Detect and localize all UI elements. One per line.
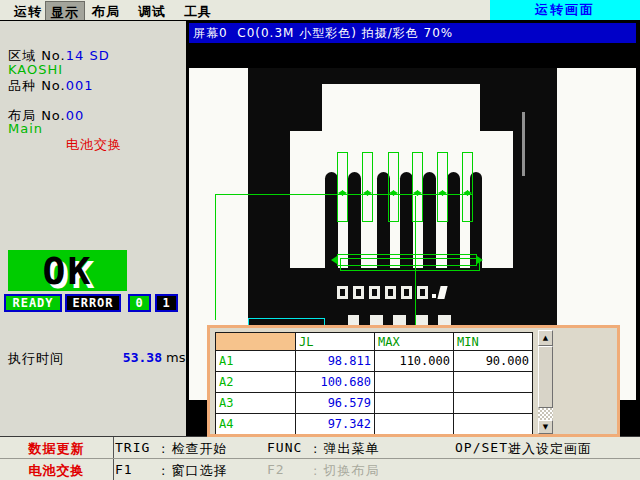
judge-result-text: OK	[43, 252, 93, 290]
bit0-indicator: 0	[128, 294, 151, 312]
table-cell-min	[454, 414, 533, 435]
ready-badge: READY	[4, 294, 62, 312]
f1-key-label: F1	[115, 462, 133, 477]
mold-mark	[369, 286, 380, 299]
func-key-action: : 弹出菜单	[313, 440, 380, 458]
header-jl: JL	[296, 333, 375, 351]
header-min: MIN	[454, 333, 533, 351]
table-cell-label: A3	[216, 393, 296, 414]
table-cell-jl: 98.552	[296, 435, 375, 438]
divider	[0, 458, 640, 459]
measure-leader-line	[215, 194, 216, 320]
error-badge: ERROR	[65, 294, 121, 312]
product-row: 品种 No.001	[8, 77, 94, 95]
mold-mark	[401, 286, 412, 299]
menu-bar: 运转 显示 布局 调试 工具 运转画面	[0, 0, 640, 20]
screen-mode-label: 运转画面	[490, 0, 640, 20]
table-cell-min	[454, 435, 533, 438]
measure-window	[462, 152, 473, 222]
scrollbar-track[interactable]	[538, 408, 553, 420]
layout-value: 00	[66, 108, 85, 123]
layout-name: Main	[8, 121, 43, 136]
exec-time-label: 执行时间	[8, 350, 64, 368]
table-cell-min: 90.000	[454, 351, 533, 372]
table-cell-jl: 98.811	[296, 351, 375, 372]
menu-item-layout[interactable]: 布局	[92, 3, 120, 21]
connector-top-notch	[322, 84, 480, 131]
table-row: A198.811110.00090.000	[216, 351, 533, 372]
f2-key-action: : 切换布局	[313, 462, 380, 480]
trig-key-label: TRIG	[115, 440, 150, 455]
exec-time-value: 53.38	[104, 350, 162, 365]
region-name: KAOSHI	[8, 62, 63, 77]
table-cell-label: A5	[216, 435, 296, 438]
caliper-arrow	[477, 256, 483, 264]
bit1-indicator: 1	[155, 294, 178, 312]
table-cell-max: 110.000	[375, 351, 454, 372]
table-cell-jl: 100.680	[296, 372, 375, 393]
measure-window	[337, 152, 348, 222]
table-row: A396.579	[216, 393, 533, 414]
header-corner-cell	[216, 333, 296, 351]
results-popup: JL MAX MIN A198.811110.00090.000A2100.68…	[207, 325, 620, 437]
f2-key-label: F2	[267, 462, 285, 477]
exec-time-unit: ms	[166, 350, 185, 365]
trig-key-action: : 检查开始	[161, 440, 228, 458]
table-cell-max	[375, 435, 454, 438]
region-value: 14 SD	[66, 48, 110, 63]
mold-mark	[337, 286, 348, 299]
scroll-down-button[interactable]: ▼	[538, 420, 553, 434]
f1-key-action: : 窗口选择	[161, 462, 228, 480]
status-panel: 区域 No.14 SD KAOSHI 品种 No.001 布局 No.00 Ma…	[0, 21, 186, 437]
scrollbar-thumb[interactable]	[538, 346, 553, 408]
table-row: A497.342	[216, 414, 533, 435]
opset-key-action: 进入设定画面	[508, 440, 592, 458]
measure-window	[362, 152, 373, 222]
function-key-bar: 数据更新 TRIG : 检查开始 FUNC : 弹出菜单 OP/SET: 进入设…	[0, 437, 640, 480]
data-update-indicator: 数据更新	[0, 440, 113, 458]
reflection	[522, 112, 525, 176]
product-value: 001	[66, 78, 94, 93]
mold-mark	[432, 294, 436, 298]
caliper-arrow	[331, 256, 337, 264]
measure-window-horizontal	[340, 258, 480, 271]
table-cell-max	[375, 393, 454, 414]
mold-mark	[385, 286, 396, 299]
scroll-up-button[interactable]: ▲	[538, 330, 553, 346]
results-scrollbar[interactable]: ▲ ▼	[538, 330, 553, 434]
vision-system-screen: 运转 显示 布局 调试 工具 运转画面 区域 No.14 SD KAOSHI 品…	[0, 0, 640, 480]
battery-change-indicator: 电池交换	[0, 462, 113, 480]
menu-item-tools[interactable]: 工具	[184, 3, 212, 21]
mold-mark	[353, 286, 364, 299]
table-row: A2100.680	[216, 372, 533, 393]
menu-item-run[interactable]: 运转	[14, 3, 42, 21]
menu-item-debug[interactable]: 调试	[138, 3, 166, 21]
func-key-label: FUNC	[267, 440, 302, 455]
table-header-row: JL MAX MIN	[216, 333, 533, 351]
judge-result-box: OK	[8, 250, 127, 291]
table-cell-max	[375, 414, 454, 435]
results-table-body: A198.811110.00090.000A2100.680A396.579A4…	[216, 351, 533, 438]
table-cell-jl: 97.342	[296, 414, 375, 435]
camera-title-bar: 屏幕0 C0(0.3M 小型彩色) 拍摄/彩色 70%	[189, 23, 636, 43]
table-cell-min	[454, 393, 533, 414]
table-cell-max	[375, 372, 454, 393]
results-table: JL MAX MIN A198.811110.00090.000A2100.68…	[215, 332, 533, 437]
table-cell-label: A4	[216, 414, 296, 435]
table-cell-label: A1	[216, 351, 296, 372]
header-max: MAX	[375, 333, 454, 351]
table-cell-jl: 96.579	[296, 393, 375, 414]
table-cell-min	[454, 372, 533, 393]
battery-warning: 电池交换	[66, 136, 122, 154]
measure-window	[437, 152, 448, 222]
table-cell-label: A2	[216, 372, 296, 393]
camera-panel: 屏幕0 C0(0.3M 小型彩色) 拍摄/彩色 70%	[186, 20, 640, 437]
table-row: A598.552	[216, 435, 533, 438]
measure-window	[412, 152, 423, 222]
measure-window	[388, 152, 399, 222]
mold-mark	[417, 286, 428, 299]
